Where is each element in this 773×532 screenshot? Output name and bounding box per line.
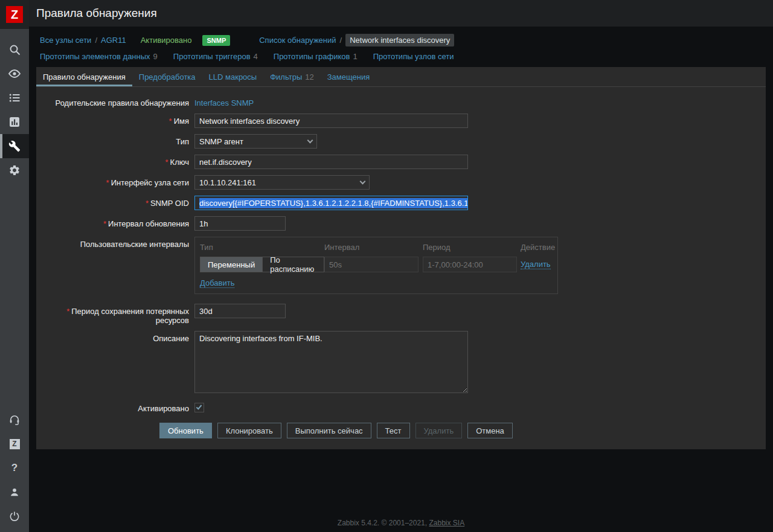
host-interface-label: *Интерфейс узла сети [41, 175, 189, 187]
host-interface-select[interactable]: 10.1.10.241:161 [194, 175, 370, 190]
snmp-oid-input[interactable]: discovery[{#IFOPERSTATUS},1.3.6.1.2.1.2.… [194, 196, 468, 210]
tab-bar: Правило обнаружения Предобработка LLD ма… [36, 67, 766, 87]
test-button[interactable]: Тест [377, 423, 410, 438]
breadcrumb-separator: / [95, 36, 97, 45]
required-asterisk: * [165, 158, 168, 167]
tab-lld-macros[interactable]: LLD макросы [202, 67, 264, 86]
type-select[interactable]: SNMP агент [194, 134, 317, 149]
sidebar-item-monitoring[interactable] [0, 62, 29, 86]
checkmark-icon [196, 403, 202, 409]
tab-overrides[interactable]: Замещения [321, 67, 377, 86]
user-icon [8, 486, 21, 498]
list-icon [8, 92, 21, 104]
name-label: *Имя [41, 114, 189, 126]
form-actions: Обновить Клонировать Выполнить сейчас Те… [159, 423, 761, 438]
name-input[interactable]: Network interfaces discovery [194, 114, 468, 128]
breadcrumb-separator-2: / [340, 36, 342, 45]
tab-filters[interactable]: Фильтры12 [263, 67, 320, 86]
description-label: Описание [41, 331, 189, 343]
sidebar-item-integrations[interactable]: Z [0, 432, 29, 456]
snmp-oid-label: *SNMP OID [41, 196, 189, 208]
col-action-header: Действие [521, 243, 555, 257]
eye-icon [8, 68, 21, 80]
sidebar-item-administration[interactable] [0, 158, 29, 182]
discovery-rule-form: Родительские правила обнаружения Interfa… [36, 87, 766, 449]
interval-type-segmented-control: Переменный По расписанию [200, 257, 324, 272]
zabbix-logo[interactable]: Z [0, 0, 29, 29]
update-interval-label: *Интервал обновления [41, 216, 189, 228]
tab-filters-count: 12 [305, 72, 313, 82]
key-input[interactable]: net.if.discovery [194, 155, 468, 169]
power-icon [8, 510, 21, 522]
page-title: Правила обнаружения [36, 7, 157, 20]
parent-rule-label: Родительские правила обнаружения [41, 95, 189, 107]
custom-intervals-row: Пользовательские интервалы Тип Интервал … [41, 237, 761, 294]
subnav-host-prototypes-link[interactable]: Прототипы узлов сети [373, 52, 454, 61]
sidebar-item-services[interactable] [0, 86, 29, 110]
breadcrumb-all-hosts-link[interactable]: Все узлы сети [40, 36, 91, 45]
custom-intervals-table: Тип Интервал Период Действие Переменный … [194, 237, 558, 294]
search-icon [8, 43, 21, 56]
sidebar-nav [0, 37, 29, 182]
clone-button[interactable]: Клонировать [217, 423, 281, 438]
type-row: Тип SNMP агент [41, 134, 761, 149]
host-interface-row: *Интерфейс узла сети 10.1.10.241:161 [41, 175, 761, 190]
subnav-graph-prototypes-link[interactable]: Прототипы графиков1 [274, 52, 358, 61]
custom-intervals-header: Тип Интервал Период Действие [200, 243, 553, 257]
subnav-count: 9 [153, 52, 158, 61]
sidebar-item-configuration[interactable] [0, 134, 29, 158]
enabled-checkbox[interactable] [194, 403, 204, 412]
parent-rule-link[interactable]: Interfaces SNMP [194, 98, 254, 107]
host-status-enabled: Активировано [141, 36, 192, 45]
gear-icon [8, 164, 21, 176]
title-bar: Правила обнаружения [29, 0, 773, 27]
interval-type-flexible-button[interactable]: Переменный [200, 257, 263, 272]
execute-now-button[interactable]: Выполнить сейчас [287, 423, 371, 438]
snmp-availability-badge: SNMP [202, 35, 230, 46]
required-asterisk: * [103, 219, 106, 228]
headset-icon [8, 414, 21, 426]
breadcrumb-host-link[interactable]: AGR11 [101, 36, 126, 45]
custom-interval-row: Переменный По расписанию 50s 1-7,00:00-2… [200, 257, 553, 272]
add-interval-link[interactable]: Добавить [200, 278, 234, 288]
custom-period-input[interactable]: 1-7,00:00-24:00 [423, 257, 517, 272]
update-button[interactable]: Обновить [159, 423, 212, 438]
breadcrumb-discovery-list-link[interactable]: Список обнаружений [259, 36, 336, 45]
sidebar-item-search[interactable] [0, 37, 29, 62]
footer-version-text: Zabbix 5.4.2. © 2001–2021, [338, 519, 427, 527]
parent-rule-row: Родительские правила обнаружения Interfa… [41, 95, 761, 107]
description-row: Описание Discovering interfaces from IF-… [41, 331, 761, 395]
custom-interval-input[interactable]: 50s [324, 257, 419, 272]
sidebar-item-signout[interactable] [0, 504, 29, 528]
cancel-button[interactable]: Отмена [467, 423, 513, 438]
wrench-icon [8, 140, 21, 152]
breadcrumb-row-2: Прототипы элементов данных9 Прототипы тр… [40, 52, 762, 61]
lost-resources-label: *Период сохранения потерянных ресурсов [41, 304, 189, 325]
breadcrumb-row-1: Все узлы сети / AGR11 Активировано SNMP … [40, 34, 762, 46]
form-container: Правило обнаружения Предобработка LLD ма… [36, 67, 766, 449]
delete-button[interactable]: Удалить [415, 423, 463, 438]
update-interval-row: *Интервал обновления 1h [41, 216, 761, 231]
subnav-trigger-prototypes-link[interactable]: Прототипы триггеров4 [173, 52, 258, 61]
subnav-count: 4 [254, 52, 258, 61]
sidebar-item-support[interactable] [0, 408, 29, 432]
tab-discovery-rule[interactable]: Правило обнаружения [36, 67, 132, 86]
sidebar-item-user-profile[interactable] [0, 480, 29, 504]
tab-preprocessing[interactable]: Предобработка [132, 67, 202, 86]
zabbix-logo-icon: Z [6, 6, 23, 23]
lost-resources-input[interactable]: 30d [194, 304, 286, 318]
interval-type-scheduling-button[interactable]: По расписанию [263, 257, 324, 272]
footer: Zabbix 5.4.2. © 2001–2021, Zabbix SIA [29, 519, 773, 527]
update-interval-input[interactable]: 1h [194, 216, 286, 231]
zabbix-share-icon: Z [10, 439, 20, 449]
sidebar-item-help[interactable]: ? [0, 456, 29, 480]
bar-chart-icon [8, 116, 21, 128]
type-label: Тип [41, 134, 189, 146]
main-content: Правила обнаружения Все узлы сети / AGR1… [29, 0, 773, 532]
subnav-item-prototypes-link[interactable]: Прототипы элементов данных9 [40, 52, 158, 61]
sidebar-item-reports[interactable] [0, 110, 29, 134]
footer-zabbix-sia-link[interactable]: Zabbix SIA [429, 519, 464, 527]
description-textarea[interactable]: Discovering interfaces from IF-MIB. [194, 331, 468, 393]
remove-interval-link[interactable]: Удалить [521, 260, 551, 269]
enabled-row: Активировано [41, 401, 761, 413]
